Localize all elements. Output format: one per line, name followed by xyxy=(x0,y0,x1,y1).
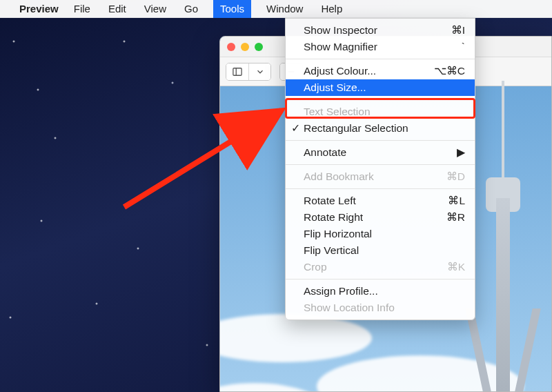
sidebar-icon xyxy=(233,67,242,77)
menu-go[interactable]: Go xyxy=(181,0,201,18)
menu-bar: Preview File Edit View Go Tools Window H… xyxy=(0,0,552,18)
menu-item-assign-profile[interactable]: Assign Profile... xyxy=(286,283,475,300)
menu-help[interactable]: Help xyxy=(318,0,345,18)
window-traffic-lights xyxy=(227,43,263,51)
menu-item-label: Annotate xyxy=(304,146,346,159)
menu-item-label: Rotate Left xyxy=(304,195,356,207)
menu-item-adjust-colour[interactable]: Adjust Colour...⌥⌘C xyxy=(286,63,475,79)
check-icon: ✓ xyxy=(291,122,300,135)
menu-item-show-inspector[interactable]: Show Inspector⌘I xyxy=(286,22,475,39)
menu-item-flip-vertical[interactable]: Flip Vertical xyxy=(286,242,475,259)
menu-item-rectangular-selection[interactable]: ✓Rectangular Selection xyxy=(286,120,475,137)
menu-item-shortcut: ⌘K xyxy=(447,261,465,273)
menu-separator xyxy=(286,140,475,141)
menu-item-label: Rectangular Selection xyxy=(304,122,408,135)
view-mode-chevron-button[interactable] xyxy=(248,63,270,80)
menu-file[interactable]: File xyxy=(71,0,93,18)
menu-tools[interactable]: Tools xyxy=(213,0,251,18)
menu-item-shortcut: ⌘L xyxy=(448,195,465,207)
menu-item-shortcut: ` xyxy=(462,41,465,53)
cloud-decoration xyxy=(219,383,331,392)
menu-item-shortcut: ⌘D xyxy=(446,170,465,183)
menu-item-label: Assign Profile... xyxy=(304,285,378,297)
menu-item-crop: Crop⌘K xyxy=(286,259,475,275)
svg-rect-0 xyxy=(233,68,241,75)
menu-separator xyxy=(286,99,475,100)
menu-item-label: Rotate Right xyxy=(304,211,363,224)
menu-item-show-magnifier[interactable]: Show Magnifier` xyxy=(286,39,475,55)
sidebar-view-button[interactable] xyxy=(226,63,248,80)
menu-item-annotate[interactable]: Annotate▶ xyxy=(286,144,475,161)
menu-item-shortcut: ⌘R xyxy=(446,211,465,224)
menu-item-shortcut: ⌥⌘C xyxy=(434,65,465,77)
menu-item-flip-horizontal[interactable]: Flip Horizontal xyxy=(286,226,475,242)
menu-separator xyxy=(286,59,475,59)
menu-item-text-selection: Text Selection xyxy=(286,104,475,120)
chevron-down-icon xyxy=(255,67,265,77)
zoom-icon[interactable] xyxy=(255,43,263,51)
menu-item-label: Add Bookmark xyxy=(304,170,374,183)
menu-item-add-bookmark: Add Bookmark⌘D xyxy=(286,168,475,185)
view-mode-segmented xyxy=(226,63,271,81)
menu-item-label: Show Magnifier xyxy=(304,41,377,53)
cloud-decoration xyxy=(219,314,372,362)
menu-item-label: Show Location Info xyxy=(304,302,395,314)
menu-separator xyxy=(286,164,475,165)
menu-item-show-location-info: Show Location Info xyxy=(286,300,475,316)
menu-item-label: Adjust Colour... xyxy=(304,65,376,77)
menu-item-label: Flip Horizontal xyxy=(304,228,372,240)
menu-item-adjust-size[interactable]: Adjust Size... xyxy=(286,79,475,96)
menu-item-label: Adjust Size... xyxy=(304,81,366,94)
menu-view[interactable]: View xyxy=(141,0,169,18)
menu-item-shortcut: ⌘I xyxy=(451,24,465,37)
menu-item-label: Crop xyxy=(304,261,327,273)
tools-dropdown: Show Inspector⌘IShow Magnifier`Adjust Co… xyxy=(285,18,475,320)
submenu-arrow-icon: ▶ xyxy=(457,146,465,159)
menu-item-label: Flip Vertical xyxy=(304,244,359,257)
menu-item-rotate-left[interactable]: Rotate Left⌘L xyxy=(286,193,475,209)
menu-item-label: Text Selection xyxy=(304,106,371,118)
close-icon[interactable] xyxy=(227,43,235,51)
menu-item-rotate-right[interactable]: Rotate Right⌘R xyxy=(286,209,475,226)
menu-separator xyxy=(286,279,475,280)
menu-edit[interactable]: Edit xyxy=(106,0,129,18)
menu-item-label: Show Inspector xyxy=(304,24,377,37)
menu-separator xyxy=(286,188,475,189)
app-menu[interactable]: Preview xyxy=(19,3,59,14)
minimize-icon[interactable] xyxy=(241,43,249,51)
menu-window[interactable]: Window xyxy=(264,0,306,18)
